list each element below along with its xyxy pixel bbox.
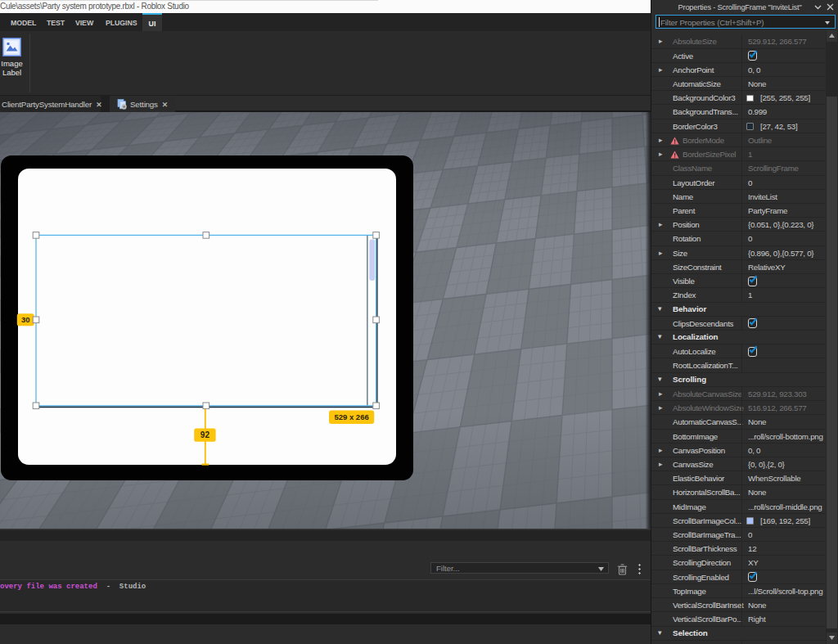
svg-text:92: 92 [200, 430, 210, 439]
svg-text:30: 30 [21, 315, 30, 324]
svg-text:529 x 266: 529 x 266 [334, 412, 368, 421]
